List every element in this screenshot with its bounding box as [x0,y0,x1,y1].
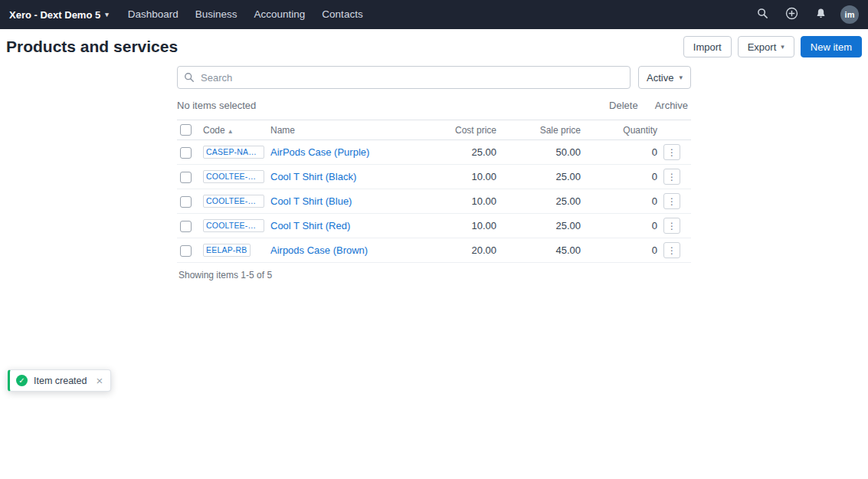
row-actions-cell: ⋮ [660,214,691,238]
row-checkbox-cell [177,165,200,189]
selection-actions: Delete Archive [606,98,691,113]
toast-close-button[interactable]: × [94,375,104,386]
header-actions: Import Export ▾ New item [683,36,862,57]
page-title: Products and services [6,36,178,57]
item-code-link[interactable]: EELAP-RB [203,244,251,257]
user-avatar[interactable]: im [840,5,859,24]
top-navbar: Xero - Dext Demo 5 ▾ DashboardBusinessAc… [0,0,868,29]
row-more-options-button[interactable]: ⋮ [663,144,680,160]
more-options-icon: ⋮ [667,246,676,255]
row-checkbox-cell [177,189,200,214]
export-button[interactable]: Export ▾ [738,36,794,57]
status-filter-value: Active [647,72,673,84]
item-cost-price: 25.00 [421,140,500,165]
column-header-cost-price[interactable]: Cost price [421,120,500,140]
item-code-link[interactable]: COOLTEE-RED [203,219,264,232]
row-checkbox-cell [177,140,200,165]
column-header-name[interactable]: Name [267,120,421,140]
nav-item-business[interactable]: Business [187,0,246,29]
bell-icon [815,8,827,21]
org-name: Xero - Dext Demo 5 [9,9,100,21]
row-code-cell: CASEP-NAGH-DUT [200,140,267,165]
item-sale-price: 25.00 [500,189,584,214]
list-footer-summary: Showing items 1-5 of 5 [179,270,691,281]
nav-item-contacts[interactable]: Contacts [313,0,371,29]
navbar-right: im [753,5,859,24]
row-more-options-button[interactable]: ⋮ [663,169,680,185]
new-item-button-label: New item [811,41,852,53]
close-icon: × [96,374,103,387]
row-actions-cell: ⋮ [660,140,691,165]
quick-add-button[interactable] [782,5,801,24]
nav-search-button[interactable] [753,5,771,24]
row-checkbox[interactable] [180,147,192,159]
item-quantity: 0 [584,238,660,263]
nav-menu: DashboardBusinessAccountingContacts [120,0,372,29]
item-quantity: 0 [584,189,660,214]
export-button-label: Export [748,41,777,53]
table-row: COOLTEE-RED Cool T Shirt (Red) 10.00 25.… [177,214,691,238]
archive-button[interactable]: Archive [652,98,691,113]
item-cost-price: 10.00 [421,189,500,214]
row-actions-cell: ⋮ [660,189,691,214]
row-more-options-button[interactable]: ⋮ [663,193,680,209]
more-options-icon: ⋮ [667,148,676,157]
more-options-icon: ⋮ [667,197,676,206]
row-checkbox[interactable] [180,221,192,232]
item-quantity: 0 [584,165,660,189]
row-actions-cell: ⋮ [660,238,691,263]
check-icon: ✓ [16,375,28,386]
delete-button[interactable]: Delete [606,98,641,113]
app-window: Xero - Dext Demo 5 ▾ DashboardBusinessAc… [0,0,868,281]
nav-item-accounting[interactable]: Accounting [246,0,314,29]
plus-circle-icon [785,7,798,22]
item-code-link[interactable]: COOLTEE-BLK [203,170,264,183]
navbar-left: Xero - Dext Demo 5 ▾ DashboardBusinessAc… [9,0,372,29]
more-options-icon: ⋮ [667,221,676,231]
search-input[interactable] [177,66,631,89]
selection-bar: No items selected Delete Archive [177,98,691,113]
more-options-icon: ⋮ [667,172,676,182]
row-code-cell: COOLTEE-BLK [200,165,267,189]
import-button[interactable]: Import [683,36,732,57]
item-name-link[interactable]: AirPods Case (Purple) [270,146,369,158]
table-row: COOLTEE-BLUE Cool T Shirt (Blue) 10.00 2… [177,189,691,214]
item-quantity: 0 [584,140,660,165]
org-switcher[interactable]: Xero - Dext Demo 5 ▾ [9,0,120,29]
item-code-link[interactable]: COOLTEE-BLUE [203,195,264,208]
row-checkbox[interactable] [180,172,192,183]
page-header: Products and services Import Export ▾ Ne… [0,29,868,64]
row-more-options-button[interactable]: ⋮ [663,218,680,234]
row-checkbox[interactable] [180,196,192,208]
status-filter-dropdown[interactable]: Active ▾ [638,66,691,89]
nav-item-dashboard[interactable]: Dashboard [120,0,187,29]
item-code-link[interactable]: CASEP-NAGH-DUT [203,146,264,159]
new-item-button[interactable]: New item [801,36,862,57]
item-name-link[interactable]: Airpods Case (Brown) [270,244,368,256]
item-quantity: 0 [584,214,660,238]
item-name-link[interactable]: Cool T Shirt (Red) [270,220,350,231]
row-checkbox-cell [177,214,200,238]
row-name-cell: Cool T Shirt (Red) [267,214,421,238]
row-name-cell: AirPods Case (Purple) [267,140,421,165]
chevron-down-icon: ▾ [679,74,683,81]
items-table-body: CASEP-NAGH-DUT AirPods Case (Purple) 25.… [177,140,691,263]
column-header-sale-price[interactable]: Sale price [500,120,584,140]
row-more-options-button[interactable]: ⋮ [663,242,680,258]
row-checkbox[interactable] [180,245,192,257]
column-header-code[interactable]: Code▲ [200,120,267,140]
column-header-quantity[interactable]: Quantity [584,120,660,140]
row-name-cell: Airpods Case (Brown) [267,238,421,263]
notifications-button[interactable] [811,5,830,24]
row-code-cell: COOLTEE-RED [200,214,267,238]
select-all-checkbox[interactable] [180,124,192,136]
header-checkbox-cell [177,120,200,140]
row-code-cell: EELAP-RB [200,238,267,263]
chevron-down-icon: ▾ [105,11,109,18]
search-icon [757,8,768,21]
item-name-link[interactable]: Cool T Shirt (Blue) [270,195,352,207]
item-name-link[interactable]: Cool T Shirt (Black) [270,171,356,182]
item-sale-price: 25.00 [500,214,584,238]
avatar-initials: im [845,10,855,19]
main-content: Active ▾ No items selected Delete Archiv… [171,66,697,281]
